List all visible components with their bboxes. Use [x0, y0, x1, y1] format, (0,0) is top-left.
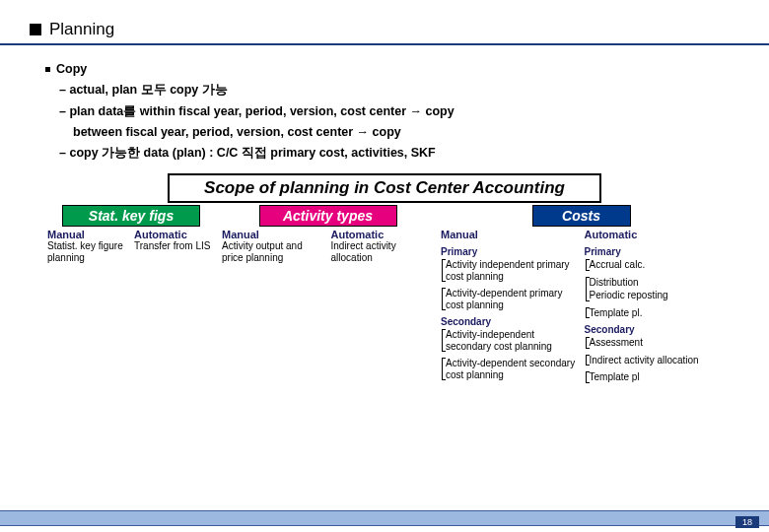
cat-activity-label: Activity types: [259, 205, 397, 227]
page-title-text: Planning: [49, 20, 114, 39]
stat-auto-heading: Automatic: [134, 229, 215, 240]
activity-manual-col: Manual Activity output and price plannin…: [222, 229, 325, 265]
costs-manual-secondary-label: Secondary: [441, 316, 579, 327]
activity-auto-heading: Automatic: [331, 229, 435, 240]
costs-auto-primary-label: Primary: [585, 246, 723, 257]
costs-auto-p4-wrap: Template pl.: [586, 307, 723, 319]
costs-auto-s3-wrap: Template pl: [586, 371, 723, 383]
copy-section: Copy – actual, plan 모두 copy 가능 – plan da…: [0, 45, 769, 173]
square-bullet-icon: [30, 24, 41, 35]
copy-sub-2: – plan data를 within fiscal year, period,…: [59, 101, 730, 122]
costs-auto-s2: Indirect activity allocation: [590, 355, 723, 366]
copy-heading-row: Copy: [45, 59, 730, 80]
copy-sub-1: – actual, plan 모두 copy 가능: [59, 80, 730, 100]
costs-manual-s2-wrap: Activity-dependent secondary cost planni…: [442, 358, 579, 380]
costs-manual-p1-wrap: Activity independent primary cost planni…: [442, 259, 579, 282]
small-bullet-icon: [45, 67, 50, 72]
costs-auto-s2-wrap: Indirect activity allocation: [586, 355, 723, 366]
page-number: 18: [735, 516, 759, 528]
cat-stat-label: Stat. key figs: [62, 205, 200, 227]
activity-auto-text: Indirect activity allocation: [331, 240, 435, 263]
costs-auto-p4: Template pl.: [590, 307, 723, 319]
costs-manual-p1: Activity independent primary cost planni…: [446, 259, 579, 282]
stat-auto-col: Automatic Transfer from LIS: [134, 229, 215, 265]
costs-manual-heading: Manual: [441, 229, 579, 240]
costs-manual-primary-label: Primary: [441, 246, 579, 257]
activity-auto-col: Automatic Indirect activity allocation: [331, 229, 435, 265]
costs-auto-s3: Template pl: [590, 371, 723, 383]
diagram-title: Scope of planning in Cost Center Account…: [168, 173, 601, 203]
costs-auto-col: Automatic Primary Accrual calc. Distribu…: [585, 229, 723, 389]
activity-manual-heading: Manual: [222, 229, 325, 240]
cat-costs-label: Costs: [532, 205, 631, 227]
copy-sub-bullets: – actual, plan 모두 copy 가능 – plan data를 w…: [45, 80, 730, 164]
activity-pair: Manual Activity output and price plannin…: [222, 229, 434, 265]
costs-auto-s1: Assessment: [590, 337, 723, 349]
scope-diagram: Scope of planning in Cost Center Account…: [39, 173, 730, 389]
costs-manual-p2: Activity-dependent primary cost planning: [446, 288, 579, 310]
costs-pair: Manual Primary Activity independent prim…: [441, 229, 722, 389]
branch-stat-key-figs: Stat. key figs Manual Statist. key figur…: [47, 205, 215, 389]
stat-manual-heading: Manual: [47, 229, 128, 240]
copy-sub-3: – copy 가능한 data (plan) : C/C 직접 primary …: [59, 143, 730, 164]
page-header: Planning: [0, 0, 769, 45]
costs-manual-col: Manual Primary Activity independent prim…: [441, 229, 579, 389]
stat-auto-text: Transfer from LIS: [134, 240, 215, 252]
costs-auto-heading: Automatic: [585, 229, 723, 240]
stat-manual-text: Statist. key figure planning: [47, 240, 128, 263]
costs-auto-p2: Distribution: [590, 277, 723, 289]
costs-auto-secondary-label: Secondary: [585, 324, 723, 335]
footer-bar: 18: [0, 510, 769, 526]
copy-heading: Copy: [56, 59, 87, 80]
costs-manual-s1-wrap: Activity-independent secondary cost plan…: [442, 329, 579, 352]
costs-auto-p3: Periodic reposting: [590, 290, 723, 301]
costs-auto-p1-wrap: Accrual calc.: [586, 259, 723, 271]
copy-sub-2b: between fiscal year, period, version, co…: [59, 122, 730, 143]
costs-manual-s1: Activity-independent secondary cost plan…: [446, 329, 579, 352]
stat-manual-col: Manual Statist. key figure planning: [47, 229, 128, 265]
costs-auto-p1: Accrual calc.: [590, 259, 723, 271]
branch-costs: Costs Manual Primary Activity independen…: [441, 205, 722, 389]
diagram-branches: Stat. key figs Manual Statist. key figur…: [39, 205, 730, 389]
stat-pair: Manual Statist. key figure planning Auto…: [47, 229, 215, 265]
branch-activity-types: Activity types Manual Activity output an…: [222, 205, 434, 389]
costs-manual-p2-wrap: Activity-dependent primary cost planning: [442, 288, 579, 310]
costs-auto-s1-wrap: Assessment: [586, 337, 723, 349]
costs-manual-s2: Activity-dependent secondary cost planni…: [446, 358, 579, 380]
page-title: Planning: [30, 20, 739, 39]
activity-manual-text: Activity output and price planning: [222, 240, 325, 263]
costs-auto-p23-wrap: Distribution Periodic reposting: [586, 277, 723, 301]
